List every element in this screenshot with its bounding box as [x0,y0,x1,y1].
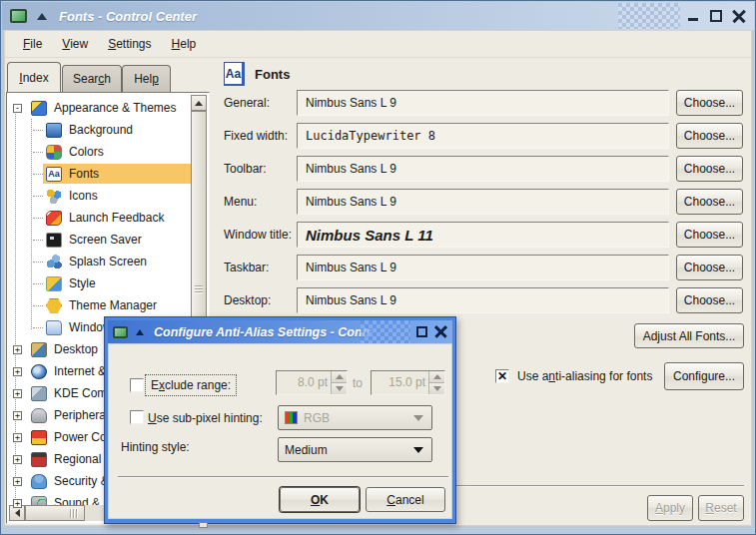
choose-font-button[interactable]: Choose... [676,189,743,215]
spin-down-icon [429,383,444,394]
tab-help[interactable]: Help [122,65,171,92]
category-icon [46,276,62,291]
font-preview-field: LucidaTypewriter 8 [297,123,669,149]
font-preview-text: Nimbus Sans L 11 [306,227,433,244]
sidebar-item-label: Launch Feedback [69,211,164,225]
minimize-button-icon[interactable] [686,9,700,23]
dialog-body: Exclude range: 8.0 pt to 15.0 pt Use sub… [108,343,452,519]
exclude-range-checkbox[interactable] [130,378,144,392]
sidebar-item-label: Regional [54,452,101,466]
titlebar-pattern-decoration [361,320,410,343]
adjust-all-fonts-button[interactable]: Adjust All Fonts... [634,323,744,348]
sidebar-item[interactable]: Theme Manager [9,294,191,316]
sidebar-item[interactable]: Screen Saver [9,229,191,251]
tree-expander-icon[interactable]: - [13,104,22,113]
choose-font-button[interactable]: Choose... [676,222,743,248]
menu-settings[interactable]: Settings [98,35,161,53]
sidebar-item-label: Security & [54,474,109,488]
category-icon [31,452,47,467]
tree-expander-icon[interactable]: + [13,477,22,486]
choose-font-button[interactable]: Choose... [676,255,743,280]
sidebar-item-label: Style [69,276,96,290]
menu-help[interactable]: Help [162,35,207,53]
chevron-down-icon [413,447,423,453]
category-icon [46,233,62,248]
subpixel-hinting-label: Use sub-pixel hinting: [148,411,263,425]
tree-expander-icon[interactable]: + [13,411,22,420]
subpixel-hinting-checkbox[interactable] [130,410,144,424]
shade-button-icon[interactable] [136,329,144,335]
category-icon [31,386,47,401]
sidebar-item-label: Theme Manager [69,298,157,312]
sidebar-item[interactable]: Splash Screen [9,251,191,272]
antialias-checkbox[interactable] [495,369,509,383]
tree-expander-icon[interactable]: + [13,433,22,442]
category-icon [46,123,62,138]
thumb-grip [195,283,203,294]
choose-font-button[interactable]: Choose... [676,90,743,116]
cancel-button[interactable]: Cancel [366,487,445,512]
font-row: Window title: Nimbus Sans L 11 Choose... [217,222,747,255]
shade-button-icon[interactable] [37,13,47,20]
maximize-button-icon[interactable] [415,325,428,338]
sidebar-item-label: Splash Screen [69,255,147,268]
font-preview-field: Nimbus Sans L 9 [297,287,669,313]
close-button-icon[interactable] [732,9,746,23]
sidebar-item[interactable]: Icons [9,185,191,207]
font-row-label: Menu: [224,195,257,209]
scroll-up-button[interactable] [191,95,207,111]
font-preview-field: Nimbus Sans L 9 [297,90,669,116]
antialias-label: Use anti-aliasing for fonts [517,369,652,383]
menu-view[interactable]: View [52,35,98,53]
sidebar-item[interactable]: - Appearance & Themes [9,97,191,119]
window-title: Fonts - Control Center [59,9,197,24]
ok-button[interactable]: OK [280,487,360,512]
sidebar-item-label: KDE Com [54,386,107,400]
choose-font-button[interactable]: Choose... [676,123,743,149]
sidebar-item[interactable]: Launch Feedback [9,207,191,229]
tab-search[interactable]: Search [62,65,122,92]
tab-index[interactable]: Index [7,62,61,92]
dialog-titlebar: Configure Anti-Alias Settings - Contr [108,320,452,343]
rgb-stripes-icon [285,411,298,424]
sidebar-item-label: Background [69,123,133,137]
tree-expander-icon[interactable]: + [13,367,22,376]
configure-antialias-button[interactable]: Configure... [664,362,744,390]
font-row: Taskbar: Nimbus Sans L 9 Choose... [217,255,747,287]
font-row-label: Toolbar: [224,162,267,176]
hinting-style-dropdown[interactable]: Medium [278,437,432,462]
horizontal-scrollbar-thumb[interactable] [25,505,85,521]
font-preview-field: Nimbus Sans L 9 [297,189,669,215]
range-to-word: to [353,376,363,390]
sidebar-item[interactable]: Fonts [9,163,191,185]
close-button-icon[interactable] [434,325,447,338]
category-icon [46,189,62,204]
titlebar-pattern-decoration [618,3,680,29]
dialog-title: Configure Anti-Alias Settings - Contr [154,325,372,339]
menubar: File View Settings Help [5,31,751,58]
spin-down-icon [332,383,347,394]
tree-expander-icon[interactable]: + [13,499,22,508]
category-icon [46,167,62,182]
resize-grip[interactable] [199,522,208,528]
tree-expander-icon[interactable]: + [13,345,22,354]
sidebar-item[interactable]: Background [9,119,191,141]
font-row: General: Nimbus Sans L 9 Choose... [217,90,747,123]
category-icon [46,145,62,160]
range-to-value: 15.0 pt [372,371,428,394]
sidebar-item-label: Icons [69,189,98,203]
font-preview-text: LucidaTypewriter 8 [306,129,435,143]
choose-font-button[interactable]: Choose... [676,287,743,313]
maximize-button-icon[interactable] [709,9,723,23]
exclude-range-label[interactable]: Exclude range: [145,374,237,396]
choose-font-button[interactable]: Choose... [676,156,743,182]
tree-expander-icon[interactable]: + [13,455,22,464]
sidebar-item[interactable]: Style [9,272,191,294]
sidebar-item[interactable]: Colors [9,141,191,163]
menu-file[interactable]: File [13,35,52,53]
tree-expander-icon[interactable]: + [13,389,22,398]
font-rows: General: Nimbus Sans L 9 Choose... Fixed… [217,90,747,320]
font-row-label: General: [224,96,270,110]
subpixel-type-value: RGB [304,411,330,425]
range-from-value: 8.0 pt [277,371,331,394]
